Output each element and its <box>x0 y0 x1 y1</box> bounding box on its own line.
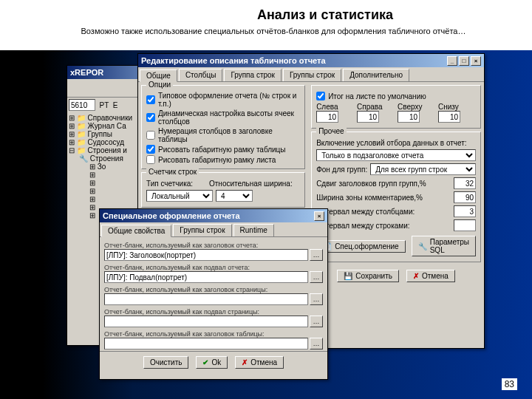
editor-titlebar[interactable]: Редактирование описания табличного отчет… <box>138 54 484 67</box>
spec-page-footer[interactable] <box>104 316 308 327</box>
spec-tab-general[interactable]: Общие свойства <box>101 225 171 237</box>
browse-button[interactable]: … <box>310 271 323 283</box>
tree-filter[interactable] <box>69 99 95 111</box>
chk-default-sheet[interactable] <box>316 92 325 100</box>
slide-subtitle: Возможно также использование специальных… <box>44 27 502 35</box>
editor-tabs: Общие Столбцы Группа строк Группы строк … <box>138 67 484 82</box>
include-mode[interactable]: Только в подзаголовке отчета <box>316 149 476 161</box>
browse-button[interactable]: … <box>310 316 323 327</box>
margins-group: Итог на листе по умолчанию Слева Справа … <box>311 85 481 129</box>
spec-titlebar[interactable]: Специальное оформление отчета × <box>100 209 327 222</box>
spec-footer-report[interactable] <box>104 271 308 283</box>
page-number: 83 <box>502 378 517 390</box>
margin-bottom[interactable] <box>438 111 460 123</box>
tab-rowgroup[interactable]: Группа строк <box>224 69 282 81</box>
options-group: Типовое оформление отчета (№ строк и т.п… <box>141 85 305 169</box>
tab-rowgroups[interactable]: Группы строк <box>283 69 341 81</box>
cancel-icon: ✗ <box>242 358 248 366</box>
spec-tab-runtime[interactable]: Runtime <box>233 224 274 236</box>
spec-dialog: Специальное оформление отчета × Общие св… <box>99 208 328 380</box>
shift-pct[interactable] <box>454 177 476 189</box>
margin-right[interactable] <box>357 111 379 123</box>
spec-title: Специальное оформление отчета <box>103 211 240 220</box>
save-button[interactable]: Сохранить <box>337 270 399 282</box>
cancel-button[interactable]: ✗Отмена <box>406 270 455 282</box>
opt-dynamic[interactable] <box>146 113 155 122</box>
check-icon: ✔ <box>202 358 208 366</box>
col-interval[interactable] <box>454 205 476 217</box>
spec-tabs: Общие свойства Группы строк Runtime <box>100 222 327 237</box>
opt-typical[interactable] <box>146 95 155 104</box>
tab-advanced[interactable]: Дополнительно <box>343 69 409 81</box>
tool-icon[interactable] <box>85 81 100 95</box>
counter-width[interactable]: 4 <box>216 190 253 202</box>
clear-button[interactable]: Очистить <box>143 356 189 369</box>
save-icon <box>344 272 352 280</box>
maximize-icon[interactable]: □ <box>459 56 469 66</box>
tool-icon[interactable] <box>117 81 132 95</box>
spec-header-report[interactable] <box>104 249 308 261</box>
slide-title: Анализ и статистика <box>148 3 502 24</box>
counter-type[interactable]: Локальный <box>146 190 213 202</box>
ok-button[interactable]: ✔Ok <box>196 356 228 369</box>
counter-group: Тип счетчика: Относительная ширина: Лока… <box>141 172 305 208</box>
editor-title: Редактирование описания табличного отчет… <box>141 56 326 65</box>
other-group: Включение условий отбора данных в отчет:… <box>311 132 481 262</box>
tool-icon[interactable] <box>69 81 83 95</box>
opt-frame-sheet[interactable] <box>146 155 155 164</box>
spec-tab-groups[interactable]: Группы строк <box>173 224 231 236</box>
close-icon[interactable]: × <box>471 56 481 66</box>
browse-button[interactable]: … <box>310 293 323 305</box>
sql-params-button[interactable]: 🔧 Параметры SQL <box>412 236 476 256</box>
cancel-button[interactable]: ✗Отмена <box>235 356 284 369</box>
minimize-icon[interactable]: _ <box>447 56 457 66</box>
comment-width[interactable] <box>454 191 476 203</box>
spec-page-header[interactable] <box>104 293 308 305</box>
margin-left[interactable] <box>316 111 338 123</box>
browse-button[interactable]: … <box>310 249 323 261</box>
opt-numbering[interactable] <box>146 131 155 140</box>
row-interval[interactable] <box>454 219 476 231</box>
bg-groups[interactable]: Для всех групп строк <box>370 163 476 175</box>
spec-format-button[interactable]: 📄 Спец.оформление <box>316 240 406 253</box>
spec-table-header[interactable] <box>104 338 308 349</box>
opt-frame-table[interactable] <box>146 145 155 154</box>
close-icon[interactable]: × <box>314 211 324 221</box>
browse-button[interactable]: … <box>310 338 323 349</box>
tab-columns[interactable]: Столбцы <box>179 69 223 81</box>
cancel-icon: ✗ <box>413 272 419 280</box>
bgwin-title: xREPOR <box>70 68 103 77</box>
margin-top[interactable] <box>398 111 420 123</box>
tool-icon[interactable] <box>101 81 116 95</box>
